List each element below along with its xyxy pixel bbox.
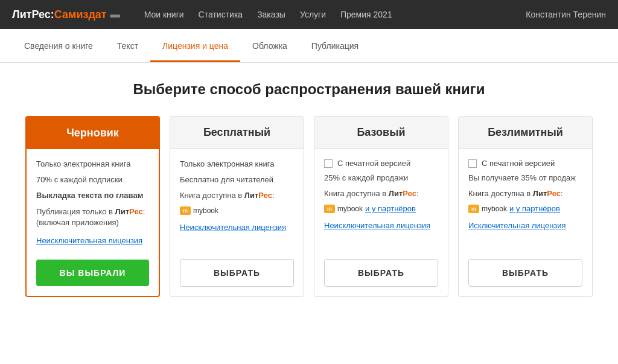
unlimited-select-button[interactable]: ВЫБРАТЬ: [468, 259, 582, 287]
card-basic-header: Базовый: [314, 117, 448, 149]
free-feature-1: Только электронная книга: [180, 159, 294, 170]
draft-license-link[interactable]: Неисключительная лицензия: [36, 236, 142, 245]
card-unlimited-footer: ВЫБРАТЬ: [459, 254, 592, 296]
card-draft-header: Черновик: [27, 117, 159, 149]
unlimited-print-checkbox[interactable]: [468, 159, 477, 168]
draft-feature-3: Выкладка текста по главам: [36, 190, 149, 201]
header: ЛитРес: Самиздат ▬ Мои книги Статистика …: [0, 0, 618, 29]
page-title: Выберите способ распространения вашей кн…: [25, 81, 593, 98]
logo: ЛитРес: Самиздат ▬: [12, 8, 120, 21]
basic-feature-2: Книга доступна в ЛитРес:: [324, 188, 438, 199]
mybook-icon-basic: m: [324, 205, 335, 213]
unlimited-print-label: С печатной версией: [482, 159, 555, 168]
nav-my-books[interactable]: Мои книги: [144, 10, 184, 19]
card-free-footer: ВЫБРАТЬ: [170, 254, 304, 296]
basic-partners-row: m mybook и у партнёров: [324, 204, 438, 213]
nav-statistics[interactable]: Статистика: [199, 10, 243, 19]
free-feature-2: Бесплатно для читателей: [180, 174, 294, 185]
basic-partners-link[interactable]: и у партнёров: [365, 204, 416, 213]
free-feature-3: Книга доступна в ЛитРес:: [180, 190, 294, 201]
free-partners-row: m mybook: [180, 206, 294, 215]
free-license-link[interactable]: Неисключительная лицензия: [180, 223, 286, 232]
mybook-label-basic: mybook: [337, 205, 363, 213]
main-nav: Мои книги Статистика Заказы Услуги Преми…: [144, 10, 526, 19]
nav-services[interactable]: Услуги: [300, 10, 326, 19]
tabs-bar: Сведения о книге Текст Лицензия и цена О…: [0, 31, 618, 63]
mybook-label: mybook: [193, 206, 218, 215]
basic-print-checkbox-row: С печатной версией: [324, 159, 438, 168]
logo-litres: ЛитРес:: [12, 8, 54, 21]
draft-feature-4: Публикация только в ЛитРес:(включая прил…: [36, 206, 149, 228]
user-name: Константин Теренин: [526, 10, 606, 19]
tab-publish[interactable]: Публикация: [299, 31, 371, 62]
main-content: Выберите способ распространения вашей кн…: [13, 63, 605, 315]
unlimited-feature-2: Книга доступна в ЛитРес:: [468, 188, 582, 199]
unlimited-license-link[interactable]: Исключительная лицензия: [468, 221, 566, 230]
card-basic-footer: ВЫБРАТЬ: [314, 254, 448, 296]
mybook-icon: m: [180, 206, 191, 215]
tab-text[interactable]: Текст: [105, 31, 150, 62]
basic-license-link[interactable]: Неисключительная лицензия: [324, 221, 430, 230]
card-unlimited-body: С печатной версией Вы получаете 35% от п…: [459, 149, 592, 254]
basic-select-button[interactable]: ВЫБРАТЬ: [324, 259, 438, 287]
tab-license[interactable]: Лицензия и цена: [150, 31, 240, 62]
basic-print-label: С печатной версией: [337, 159, 410, 168]
nav-orders[interactable]: Заказы: [257, 10, 285, 19]
basic-feature-1: 25% с каждой продажи: [324, 173, 438, 184]
logo-icon: ▬: [110, 9, 120, 20]
tab-cover[interactable]: Обложка: [240, 31, 299, 62]
logo-samizdat: Самиздат: [54, 8, 107, 21]
card-free-body: Только электронная книга Бесплатно для ч…: [170, 149, 304, 254]
tab-info[interactable]: Сведения о книге: [12, 31, 105, 62]
card-basic: Базовый С печатной версией 25% с каждой …: [314, 116, 448, 297]
draft-feature-1: Только электронная книга: [36, 159, 149, 170]
card-basic-body: С печатной версией 25% с каждой продажи …: [314, 149, 448, 254]
card-unlimited-header: Безлимитный: [459, 117, 592, 149]
nav-award[interactable]: Премия 2021: [340, 10, 392, 19]
unlimited-print-checkbox-row: С печатной версией: [468, 159, 582, 168]
card-free: Бесплатный Только электронная книга Бесп…: [170, 116, 304, 297]
card-draft-body: Только электронная книга 70% с каждой по…: [27, 149, 159, 255]
card-draft-footer: ВЫ ВЫБРАЛИ: [27, 255, 159, 296]
card-draft: Черновик Только электронная книга 70% с …: [25, 116, 160, 297]
cards-grid: Черновик Только электронная книга 70% с …: [25, 116, 593, 297]
unlimited-partners-row: m mybook и у партнёров: [468, 204, 582, 213]
free-select-button[interactable]: ВЫБРАТЬ: [180, 259, 294, 287]
basic-print-checkbox[interactable]: [324, 159, 333, 168]
card-free-header: Бесплатный: [170, 117, 304, 149]
mybook-label-unlimited: mybook: [482, 205, 507, 213]
draft-select-button[interactable]: ВЫ ВЫБРАЛИ: [36, 260, 149, 286]
mybook-icon-unlimited: m: [468, 205, 479, 213]
card-unlimited: Безлимитный С печатной версией Вы получа…: [458, 116, 593, 297]
unlimited-partners-link[interactable]: и у партнёров: [509, 204, 560, 213]
unlimited-feature-1: Вы получаете 35% от продаж: [468, 173, 582, 184]
draft-feature-2: 70% с каждой подписки: [36, 174, 149, 185]
